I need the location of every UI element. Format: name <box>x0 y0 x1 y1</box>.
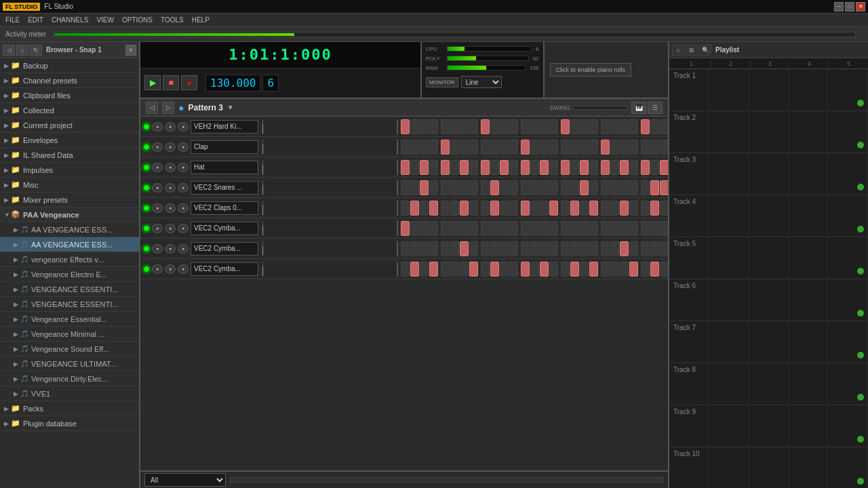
step-button[interactable] <box>580 119 589 134</box>
step-button[interactable] <box>450 221 459 236</box>
step-button[interactable] <box>429 201 438 216</box>
step-button[interactable] <box>650 160 659 175</box>
step-button[interactable] <box>500 140 509 155</box>
step-button[interactable] <box>530 180 539 195</box>
tree-item-aa-veng-ess-2[interactable]: ▶ 🎵 AA VENGEANCE ESS... <box>0 237 139 252</box>
channel-knob-btn[interactable]: ● <box>152 264 163 274</box>
step-button[interactable] <box>601 221 610 236</box>
stop-button[interactable]: ■ <box>163 75 179 90</box>
step-button[interactable] <box>540 180 549 195</box>
channel-led[interactable] <box>143 164 150 171</box>
click-enable-label[interactable]: Click to enable piano rolls <box>550 63 632 77</box>
close-button[interactable]: ✕ <box>856 2 865 12</box>
step-button[interactable] <box>580 180 589 195</box>
channel-knob-btn[interactable]: ● <box>152 244 163 253</box>
step-button[interactable] <box>570 262 579 277</box>
step-button[interactable] <box>500 241 509 256</box>
step-button[interactable] <box>629 140 638 155</box>
channel-name[interactable]: VEC2 Snares ... <box>191 181 258 195</box>
step-button[interactable] <box>441 180 450 195</box>
monitor-toggle[interactable]: MONITOR <box>426 77 458 87</box>
tree-item-envelopes[interactable]: ▶ 📁 Envelopes <box>0 133 139 148</box>
menu-file[interactable]: FILE <box>1 15 24 25</box>
pattern-next-btn[interactable]: ▷ <box>162 102 174 114</box>
channel-name[interactable]: VEH2 Hard Ki... <box>191 120 258 134</box>
channel-knob-btn[interactable]: ● <box>165 264 176 274</box>
step-button[interactable] <box>509 119 518 134</box>
step-button[interactable] <box>401 180 410 195</box>
step-button[interactable] <box>460 201 469 216</box>
step-button[interactable] <box>610 160 619 175</box>
step-button[interactable] <box>650 201 659 216</box>
step-button[interactable] <box>509 160 518 175</box>
channel-knob-btn[interactable]: ● <box>178 224 189 233</box>
step-button[interactable] <box>561 160 570 175</box>
step-button[interactable] <box>549 262 558 277</box>
step-button[interactable] <box>481 241 490 256</box>
step-button[interactable] <box>450 140 459 155</box>
channel-knob-btn[interactable]: ● <box>178 244 189 253</box>
step-button[interactable] <box>650 140 659 155</box>
step-button[interactable] <box>540 140 549 155</box>
playlist-zoom-btn[interactable]: 🔍 <box>699 45 711 56</box>
step-button[interactable] <box>509 262 518 277</box>
step-button[interactable] <box>530 119 539 134</box>
step-button[interactable] <box>481 201 490 216</box>
step-button[interactable] <box>601 160 610 175</box>
step-button[interactable] <box>549 180 558 195</box>
channel-led[interactable] <box>143 266 150 272</box>
step-button[interactable] <box>660 140 668 155</box>
channel-led[interactable] <box>143 184 150 191</box>
step-button[interactable] <box>641 140 650 155</box>
browser-back-btn[interactable]: ◁ <box>3 45 15 56</box>
step-button[interactable] <box>530 201 539 216</box>
step-button[interactable] <box>469 160 478 175</box>
channel-knob-btn[interactable]: ● <box>178 264 189 274</box>
step-button[interactable] <box>540 119 549 134</box>
step-button[interactable] <box>650 180 659 195</box>
channel-led[interactable] <box>143 205 150 211</box>
step-button[interactable] <box>620 201 629 216</box>
step-button[interactable] <box>490 201 499 216</box>
tree-item-veng-essential[interactable]: ▶ 🎵 Vengeance Essential... <box>0 312 139 327</box>
step-button[interactable] <box>469 262 478 277</box>
tree-item-packs[interactable]: ▶ 📁 Packs <box>0 401 139 416</box>
beat-number[interactable]: 6 <box>262 75 279 92</box>
step-button[interactable] <box>490 140 499 155</box>
step-button[interactable] <box>460 221 469 236</box>
step-button[interactable] <box>561 119 570 134</box>
step-button[interactable] <box>410 160 419 175</box>
step-button[interactable] <box>401 140 410 155</box>
step-button[interactable] <box>509 201 518 216</box>
step-button[interactable] <box>540 221 549 236</box>
step-button[interactable] <box>629 180 638 195</box>
step-button[interactable] <box>650 221 659 236</box>
step-button[interactable] <box>490 119 499 134</box>
step-button[interactable] <box>429 160 438 175</box>
channel-led[interactable] <box>143 144 150 150</box>
step-button[interactable] <box>641 201 650 216</box>
step-button[interactable] <box>561 201 570 216</box>
channel-knob-btn[interactable]: ● <box>152 142 163 152</box>
step-button[interactable] <box>410 262 419 277</box>
step-button[interactable] <box>481 180 490 195</box>
tree-item-veng-essenti-1[interactable]: ▶ 🎵 VENGEANCE ESSENTI... <box>0 282 139 297</box>
step-button[interactable] <box>620 221 629 236</box>
step-button[interactable] <box>660 119 668 134</box>
tree-item-collected[interactable]: ▶ 📁 Collected <box>0 103 139 118</box>
pattern-view-list-btn[interactable]: ☰ <box>648 102 663 114</box>
step-button[interactable] <box>540 160 549 175</box>
step-button[interactable] <box>521 201 530 216</box>
menu-view[interactable]: VIEW <box>92 15 118 25</box>
step-button[interactable] <box>509 180 518 195</box>
tree-item-mixer-presets[interactable]: ▶ 📁 Mixer presets <box>0 192 139 207</box>
step-button[interactable] <box>490 241 499 256</box>
step-button[interactable] <box>490 262 499 277</box>
step-button[interactable] <box>441 119 450 134</box>
browser-home-btn[interactable]: ⌂ <box>16 45 28 56</box>
step-button[interactable] <box>469 180 478 195</box>
step-button[interactable] <box>601 262 610 277</box>
step-button[interactable] <box>490 221 499 236</box>
step-button[interactable] <box>429 119 438 134</box>
step-button[interactable] <box>540 262 549 277</box>
